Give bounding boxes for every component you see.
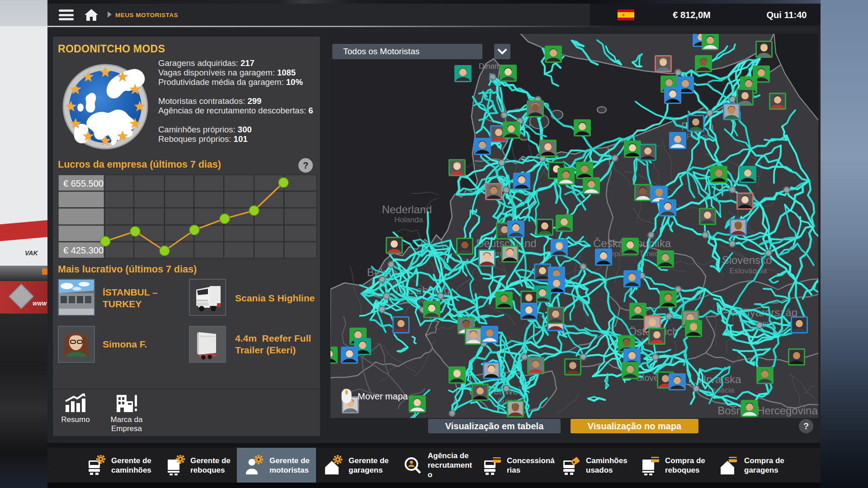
svg-text:Nederland: Nederland — [382, 203, 432, 216]
svg-text:Holanda: Holanda — [394, 216, 423, 224]
svg-text:Bosna i Hercegovina: Bosna i Hercegovina — [717, 404, 818, 417]
